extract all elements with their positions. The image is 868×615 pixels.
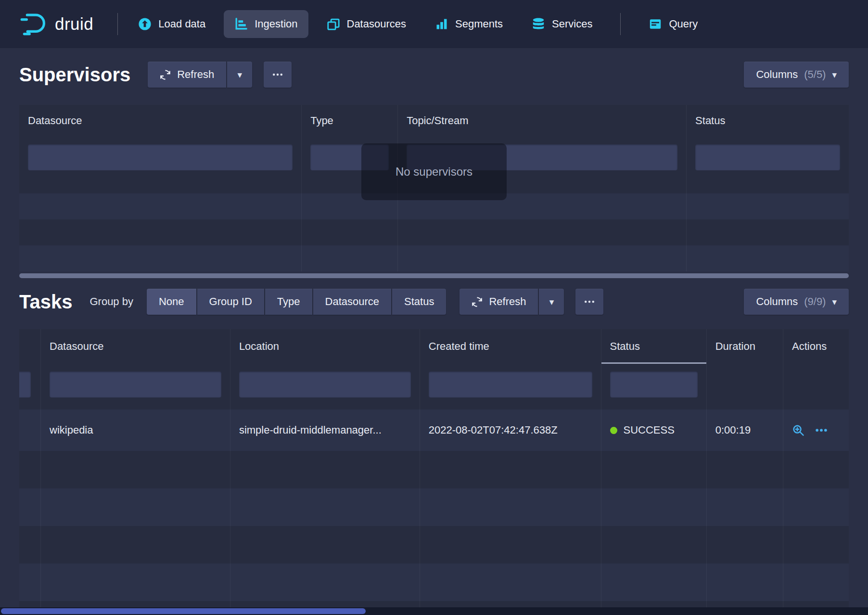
topic-stream-filter-input[interactable] bbox=[407, 144, 677, 170]
nav-load-data[interactable]: Load data bbox=[128, 10, 216, 38]
tasks-table: Datasource Location Created time Status … bbox=[19, 329, 849, 615]
supervisors-toolbar: Supervisors Refresh ▾ Columns (5/5) ▾ bbox=[0, 62, 868, 88]
group-by-label: Group by bbox=[89, 295, 133, 308]
nav-services[interactable]: Services bbox=[521, 10, 603, 38]
chevron-down-icon: ▾ bbox=[832, 297, 837, 307]
table-row bbox=[19, 526, 849, 564]
tasks-filter-row bbox=[19, 364, 849, 410]
group-by-status-button[interactable]: Status bbox=[392, 289, 446, 315]
tasks-more-button[interactable] bbox=[575, 289, 603, 315]
nav-ingestion[interactable]: Ingestion bbox=[224, 10, 308, 38]
group-by-type-button[interactable]: Type bbox=[265, 289, 312, 315]
logo-text: druid bbox=[55, 14, 93, 34]
tasks-toolbar: Tasks Group by None Group ID Type Dataso… bbox=[0, 289, 868, 315]
task-created-time: 2022-08-02T07:42:47.638Z bbox=[420, 410, 601, 451]
scrollbar-thumb[interactable] bbox=[1, 608, 366, 614]
column-header-datasource[interactable]: Datasource bbox=[19, 105, 301, 137]
supervisors-more-button[interactable] bbox=[264, 62, 292, 88]
status-filter-input[interactable] bbox=[695, 144, 840, 170]
task-duration: 0:00:19 bbox=[706, 410, 783, 451]
column-header-status[interactable]: Status bbox=[686, 105, 849, 137]
table-row bbox=[19, 488, 849, 526]
status-text: SUCCESS bbox=[624, 424, 675, 436]
tasks-refresh-button[interactable]: Refresh bbox=[460, 289, 538, 315]
services-icon bbox=[532, 17, 545, 31]
task-location: simple-druid-middlemanager... bbox=[230, 410, 420, 451]
nav-datasources[interactable]: Datasources bbox=[316, 10, 417, 38]
column-header-datasource[interactable]: Datasource bbox=[40, 329, 230, 364]
table-row bbox=[19, 564, 849, 601]
datasources-icon bbox=[327, 17, 340, 31]
refresh-icon bbox=[160, 69, 171, 80]
column-header-duration[interactable]: Duration bbox=[706, 329, 783, 364]
tasks-refresh-dropdown-button[interactable]: ▾ bbox=[539, 289, 564, 315]
column-header-type[interactable]: Type bbox=[301, 105, 397, 137]
supervisors-refresh-dropdown-button[interactable]: ▾ bbox=[227, 62, 252, 88]
column-header-actions[interactable]: Actions bbox=[783, 329, 849, 364]
druid-logo-icon bbox=[19, 13, 48, 36]
task-status: SUCCESS bbox=[601, 410, 706, 451]
main-nav: Load data Ingestion Datasources Segmen bbox=[128, 10, 708, 38]
nav-divider bbox=[620, 13, 621, 35]
supervisors-table: Datasource Type Topic/Stream Status No s… bbox=[19, 105, 849, 271]
column-header-topic-stream[interactable]: Topic/Stream bbox=[397, 105, 686, 137]
task-row-wikipedia[interactable]: wikipedia simple-druid-middlemanager... … bbox=[19, 410, 849, 451]
table-row bbox=[19, 193, 849, 219]
supervisors-refresh-button[interactable]: Refresh bbox=[148, 62, 226, 88]
table-row bbox=[19, 245, 849, 271]
supervisors-refresh-split-button: Refresh ▾ bbox=[148, 62, 252, 88]
chevron-down-icon: ▾ bbox=[549, 297, 554, 307]
column-header-created-time[interactable]: Created time bbox=[420, 329, 601, 364]
more-icon bbox=[584, 296, 595, 308]
status-filter-input[interactable] bbox=[610, 372, 698, 397]
group-by-button-group: None Group ID Type Datasource Status bbox=[147, 289, 446, 315]
tasks-horizontal-scrollbar[interactable] bbox=[0, 607, 868, 615]
tasks-section: Tasks Group by None Group ID Type Dataso… bbox=[0, 289, 868, 615]
nav-query[interactable]: Query bbox=[638, 10, 708, 38]
tasks-refresh-split-button: Refresh ▾ bbox=[460, 289, 564, 315]
chevron-down-icon: ▾ bbox=[237, 70, 242, 79]
supervisors-table-header: Datasource Type Topic/Stream Status bbox=[19, 105, 849, 137]
task-actions bbox=[783, 410, 849, 451]
magnify-details-icon[interactable] bbox=[792, 424, 804, 436]
group-by-datasource-button[interactable]: Datasource bbox=[313, 289, 392, 315]
ingestion-icon bbox=[234, 17, 248, 31]
nav-segments[interactable]: Segments bbox=[424, 10, 513, 38]
group-by-none-button[interactable]: None bbox=[147, 289, 196, 315]
table-row bbox=[19, 451, 849, 488]
group-by-group-id-button[interactable]: Group ID bbox=[197, 289, 264, 315]
tasks-table-header: Datasource Location Created time Status … bbox=[19, 329, 849, 364]
scrollbar-thumb[interactable] bbox=[19, 273, 849, 278]
supervisors-columns-button[interactable]: Columns (5/5) ▾ bbox=[744, 62, 849, 88]
nav-divider bbox=[117, 13, 118, 35]
column-header-location[interactable]: Location bbox=[230, 329, 420, 364]
datasource-filter-input[interactable] bbox=[50, 372, 221, 397]
druid-logo[interactable]: druid bbox=[19, 13, 93, 36]
table-row bbox=[19, 219, 849, 245]
supervisors-section: Supervisors Refresh ▾ Columns (5/5) ▾ bbox=[0, 62, 868, 278]
supervisors-filter-row bbox=[19, 137, 849, 193]
tasks-title: Tasks bbox=[19, 291, 72, 313]
more-icon bbox=[272, 69, 283, 80]
query-icon bbox=[649, 17, 662, 31]
supervisors-horizontal-scrollbar[interactable] bbox=[19, 273, 849, 278]
chevron-down-icon: ▾ bbox=[832, 70, 837, 79]
task-more-actions-icon[interactable] bbox=[815, 424, 828, 436]
task-datasource: wikipedia bbox=[40, 410, 230, 451]
created-time-filter-input[interactable] bbox=[429, 372, 592, 397]
segments-icon bbox=[435, 17, 448, 31]
refresh-icon bbox=[472, 296, 483, 308]
location-filter-input[interactable] bbox=[239, 372, 411, 397]
top-navbar: druid Load data Ingestion Datasources bbox=[0, 0, 868, 48]
datasource-filter-input[interactable] bbox=[28, 144, 293, 170]
supervisors-title: Supervisors bbox=[19, 64, 130, 86]
load-data-icon bbox=[138, 17, 152, 31]
success-status-dot bbox=[610, 427, 617, 434]
tasks-columns-button[interactable]: Columns (9/9) ▾ bbox=[744, 289, 849, 315]
task-id-filter-input[interactable] bbox=[19, 372, 31, 397]
type-filter-input[interactable] bbox=[310, 144, 389, 170]
column-header-status[interactable]: Status bbox=[601, 329, 706, 364]
